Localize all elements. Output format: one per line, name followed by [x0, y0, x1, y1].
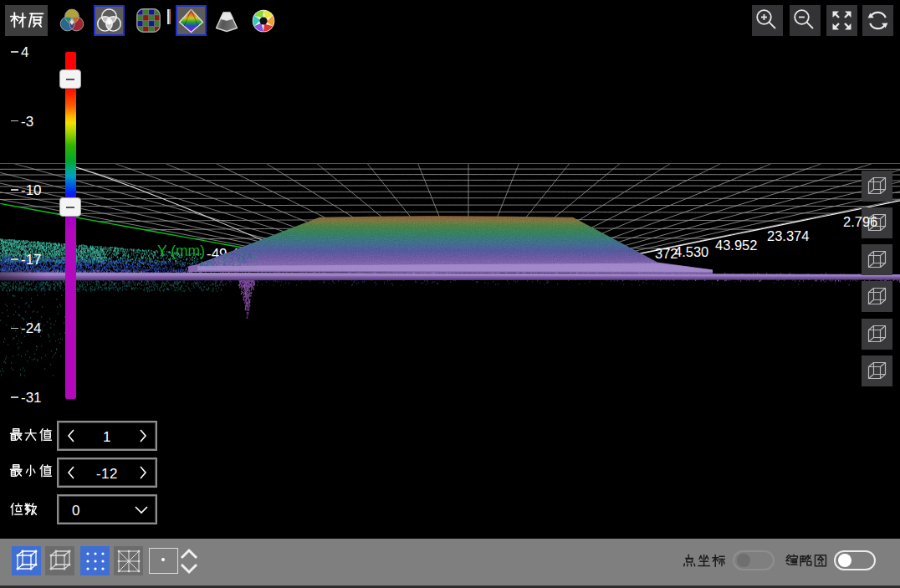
svg-text:43.952: 43.952: [715, 238, 757, 253]
svg-text:2.796: 2.796: [843, 214, 877, 229]
svg-text:4.530: 4.530: [674, 244, 708, 259]
svg-text:23.374: 23.374: [767, 228, 809, 243]
